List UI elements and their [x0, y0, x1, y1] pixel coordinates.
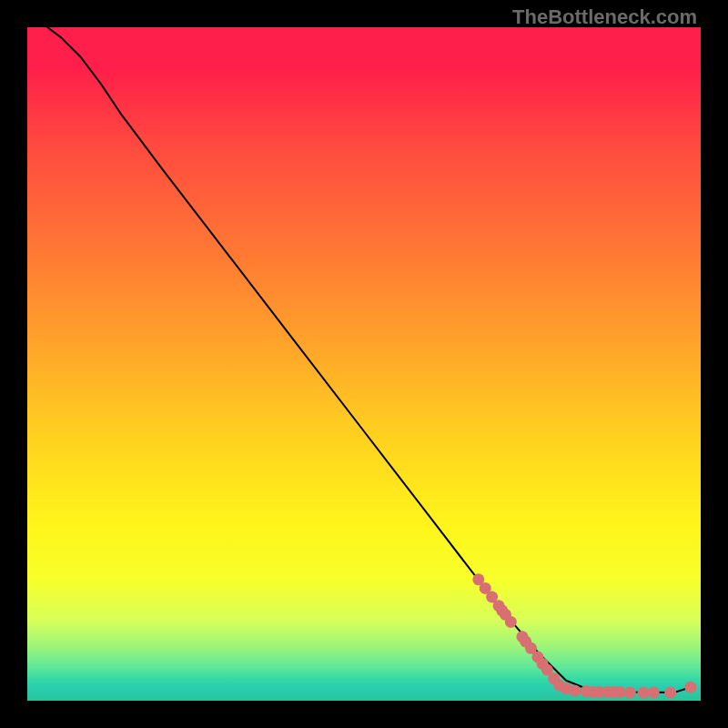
highlight-dot [638, 687, 650, 699]
highlight-dot [614, 686, 626, 698]
highlight-dot [505, 616, 517, 628]
highlight-dot [569, 684, 581, 696]
highlight-dot [624, 687, 636, 699]
highlight-dot [664, 687, 676, 699]
highlight-markers [472, 573, 696, 698]
highlight-dot [648, 687, 660, 699]
watermark-text: TheBottleneck.com [512, 5, 697, 29]
plot-area [27, 27, 701, 701]
highlight-dot [684, 682, 696, 693]
chart-curve [47, 27, 691, 693]
chart-svg [27, 27, 701, 701]
chart-frame: TheBottleneck.com [0, 0, 728, 728]
